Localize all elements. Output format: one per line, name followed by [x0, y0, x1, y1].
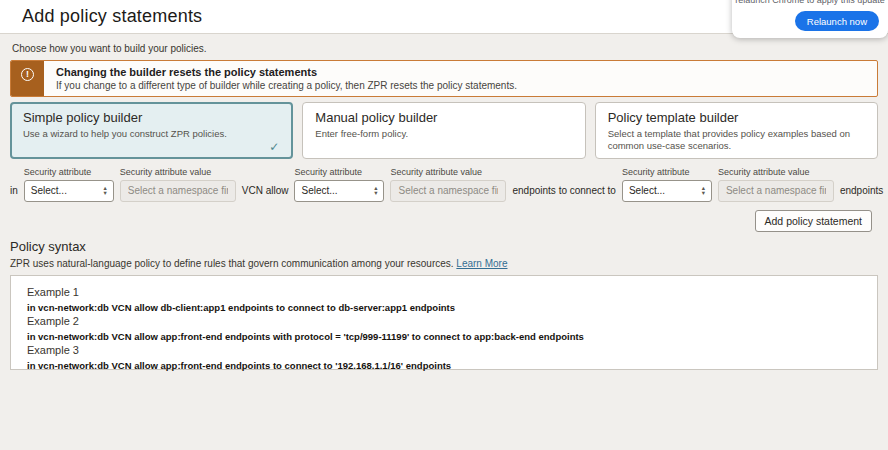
chrome-update-toast: relaunch Chrome to apply this update Rel…	[732, 0, 888, 38]
example-label: Example 3	[27, 344, 861, 357]
card-simple-policy-builder[interactable]: Simple policy builder Use a wizard to he…	[10, 102, 293, 159]
policy-syntax-section: Policy syntax ZPR uses natural-language …	[10, 239, 878, 370]
example-label: Example 2	[27, 315, 861, 328]
field-label: Security attribute	[294, 167, 384, 177]
security-attribute-value-input-1[interactable]	[120, 180, 236, 202]
security-attribute-field-3: Security attribute Select... ▴▾	[622, 167, 712, 202]
card-title: Manual policy builder	[315, 110, 572, 125]
card-manual-policy-builder[interactable]: Manual policy builder Enter free-form po…	[302, 102, 585, 159]
add-statement-row: Add policy statement	[10, 210, 878, 232]
policy-examples-box: Example 1 in vcn-network:db VCN allow db…	[10, 275, 878, 370]
statement-connector: VCN allow	[242, 185, 289, 202]
security-attribute-value-input-2[interactable]	[390, 180, 506, 202]
security-attribute-value-field-3: Security attribute value	[718, 167, 834, 202]
security-attribute-value-input-3[interactable]	[718, 180, 834, 202]
card-description: Select a template that provides policy e…	[608, 128, 865, 152]
selected-check-icon: ✓	[269, 140, 279, 154]
stepper-icon: ▴▾	[702, 186, 705, 195]
field-label: Security attribute value	[718, 167, 834, 177]
policy-syntax-description: ZPR uses natural-language policy to defi…	[10, 258, 878, 269]
warning-title: Changing the builder resets the policy s…	[56, 66, 517, 78]
add-policy-statement-button[interactable]: Add policy statement	[755, 210, 872, 232]
field-label: Security attribute	[24, 167, 114, 177]
statement-prefix: in	[10, 185, 18, 202]
statement-connector: endpoints	[840, 185, 883, 202]
stepper-icon: ▴▾	[374, 186, 377, 195]
statement-connector: endpoints to connect to	[512, 185, 615, 202]
example-statement: in vcn-network:db VCN allow app:front-en…	[27, 360, 861, 371]
field-label: Security attribute value	[120, 167, 236, 177]
builder-cards: Simple policy builder Use a wizard to he…	[10, 102, 878, 159]
relaunch-now-button[interactable]: Relaunch now	[795, 11, 879, 31]
intro-text: Choose how you want to build your polici…	[12, 43, 878, 54]
learn-more-link[interactable]: Learn More	[456, 258, 507, 269]
card-description: Use a wizard to help you construct ZPR p…	[23, 128, 280, 140]
security-attribute-field-1: Security attribute Select... ▴▾	[24, 167, 114, 202]
example-label: Example 1	[27, 286, 861, 299]
stepper-icon: ▴▾	[104, 186, 107, 195]
security-attribute-field-2: Security attribute Select... ▴▾	[294, 167, 384, 202]
policy-syntax-title: Policy syntax	[10, 239, 878, 254]
policy-statement-row: in Security attribute Select... ▴▾ Secur…	[10, 167, 878, 202]
example-statement: in vcn-network:db VCN allow app:front-en…	[27, 331, 861, 342]
select-value: Select...	[31, 185, 67, 196]
select-value: Select...	[629, 185, 665, 196]
warning-banner: ! Changing the builder resets the policy…	[10, 60, 878, 97]
card-description: Enter free-form policy.	[315, 128, 572, 140]
security-attribute-value-field-2: Security attribute value	[390, 167, 506, 202]
warning-banner-stripe: !	[11, 61, 44, 96]
security-attribute-select-1[interactable]: Select... ▴▾	[24, 180, 114, 202]
warning-icon: !	[21, 68, 34, 81]
chrome-update-message: relaunch Chrome to apply this update	[732, 0, 888, 5]
security-attribute-select-3[interactable]: Select... ▴▾	[622, 180, 712, 202]
main-content: Choose how you want to build your polici…	[0, 34, 888, 370]
card-policy-template-builder[interactable]: Policy template builder Select a templat…	[595, 102, 878, 159]
warning-banner-body: Changing the builder resets the policy s…	[44, 61, 529, 96]
example-statement: in vcn-network:db VCN allow db-client:ap…	[27, 302, 861, 313]
field-label: Security attribute value	[390, 167, 506, 177]
security-attribute-select-2[interactable]: Select... ▴▾	[294, 180, 384, 202]
security-attribute-value-field-1: Security attribute value	[120, 167, 236, 202]
page-title: Add policy statements	[22, 6, 202, 27]
policy-syntax-description-text: ZPR uses natural-language policy to defi…	[10, 258, 454, 269]
warning-description: If you change to a different type of bui…	[56, 80, 517, 91]
card-title: Policy template builder	[608, 110, 865, 125]
card-title: Simple policy builder	[23, 110, 280, 125]
field-label: Security attribute	[622, 167, 712, 177]
select-value: Select...	[301, 185, 337, 196]
